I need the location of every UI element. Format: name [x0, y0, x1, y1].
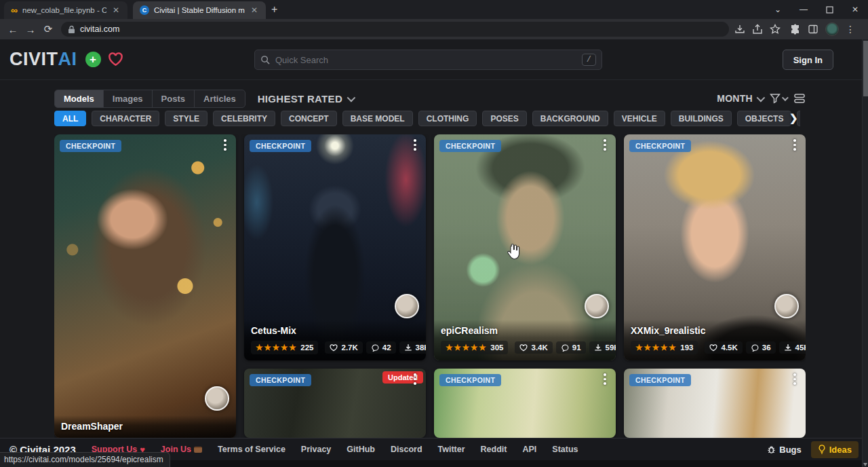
- back-icon[interactable]: ←: [4, 24, 22, 35]
- period-dropdown[interactable]: MONTH: [717, 93, 763, 104]
- card-menu-button[interactable]: [410, 373, 420, 385]
- card-menu-button[interactable]: [600, 373, 610, 385]
- close-tab-icon[interactable]: ✕: [250, 5, 259, 15]
- side-panel-icon[interactable]: [808, 24, 818, 35]
- model-card[interactable]: CHECKPOINTUpdated: [244, 369, 426, 438]
- address-bar[interactable]: civitai.com: [61, 22, 729, 37]
- downloads-icon: [594, 343, 602, 352]
- new-tab-button[interactable]: +: [271, 3, 277, 16]
- footer-link-api[interactable]: API: [522, 445, 536, 454]
- category-chip-vehicle[interactable]: VEHICLE: [614, 111, 665, 126]
- comments-pill: 42: [366, 341, 396, 354]
- likes-pill: 2.7K: [325, 341, 362, 354]
- close-tab-icon[interactable]: ✕: [111, 5, 121, 15]
- model-card-dreamshaper[interactable]: CHECKPOINTDreamShaper: [54, 134, 236, 438]
- minimize-button[interactable]: —: [791, 0, 816, 19]
- chevron-down-icon: [782, 94, 789, 101]
- search-input[interactable]: Quick Search /: [254, 50, 602, 70]
- model-card[interactable]: CHECKPOINT: [434, 369, 616, 438]
- category-chip-concept[interactable]: CONCEPT: [281, 111, 337, 126]
- civitai-logo[interactable]: CIVITAI: [9, 49, 77, 70]
- category-chip-background[interactable]: BACKGROUND: [532, 111, 608, 126]
- favorites-heart-icon[interactable]: [108, 52, 123, 67]
- category-chip-base-model[interactable]: BASE MODEL: [342, 111, 413, 126]
- footer-link-twitter[interactable]: Twitter: [438, 445, 465, 454]
- creator-avatar[interactable]: [395, 294, 419, 318]
- model-card[interactable]: CHECKPOINT: [624, 369, 806, 438]
- ideas-button[interactable]: Ideas: [811, 441, 859, 458]
- tab-posts[interactable]: Posts: [153, 90, 195, 107]
- page-scrollbar[interactable]: [862, 39, 868, 467]
- filter-funnel-icon: [770, 93, 781, 104]
- card-menu-button[interactable]: [410, 139, 420, 151]
- sign-in-button[interactable]: Sign In: [783, 50, 833, 70]
- layout-toggle-button[interactable]: [793, 93, 806, 104]
- creator-avatar[interactable]: [774, 294, 799, 318]
- creator-avatar[interactable]: [205, 386, 229, 411]
- bookmark-star-icon[interactable]: [770, 24, 781, 35]
- site-header: CIVITAI + Quick Search / Sign In: [0, 39, 862, 80]
- model-type-badge: CHECKPOINT: [439, 374, 501, 386]
- card-info-overlay: XXMix_9realistic★★★★★1934.5K3645K: [624, 320, 806, 360]
- likes-heart-icon: [330, 344, 338, 352]
- rating-pill: ★★★★★305: [441, 341, 508, 354]
- footer-link-github[interactable]: GitHub: [347, 445, 375, 454]
- scrollbar-down-arrow-icon[interactable]: [863, 463, 867, 466]
- bug-icon: [767, 445, 776, 454]
- rows-layout-icon: [793, 93, 806, 104]
- downloads-pill: 59K: [589, 341, 616, 354]
- model-title: epiCRealism: [441, 325, 609, 336]
- tab-title: new_colab_file.ipynb - Colaborat: [22, 6, 106, 14]
- tab-strip: ∞ new_colab_file.ipynb - Colaborat ✕ C C…: [0, 0, 868, 19]
- browser-tab-civitai[interactable]: C Civitai | Stable Diffusion models, ✕: [133, 1, 266, 19]
- search-placeholder: Quick Search: [275, 55, 582, 65]
- footer-link-reddit[interactable]: Reddit: [481, 445, 507, 454]
- model-card-epicrealism[interactable]: CHECKPOINTepiCRealism★★★★★3053.4K9159K: [434, 134, 616, 360]
- footer-link-status[interactable]: Status: [552, 445, 578, 454]
- sort-dropdown[interactable]: HIGHEST RATED: [258, 93, 353, 105]
- browser-menu-icon[interactable]: ⋮: [846, 24, 855, 35]
- footer-link-privacy[interactable]: Privacy: [301, 445, 331, 454]
- close-window-button[interactable]: ✕: [842, 0, 868, 19]
- tab-search-icon[interactable]: ⌄: [765, 0, 791, 19]
- profile-avatar[interactable]: [825, 22, 839, 36]
- card-menu-button[interactable]: [790, 373, 800, 385]
- creator-avatar[interactable]: [585, 294, 609, 318]
- model-title: Cetus-Mix: [251, 325, 419, 336]
- tab-models[interactable]: Models: [55, 90, 104, 107]
- filter-dropdown[interactable]: [770, 93, 787, 104]
- card-menu-button[interactable]: [600, 139, 610, 151]
- card-menu-button[interactable]: [220, 139, 230, 151]
- category-chip-celebrity[interactable]: CELEBRITY: [213, 111, 275, 126]
- reload-icon[interactable]: ⟳: [39, 23, 57, 35]
- category-chip-all[interactable]: ALL: [54, 111, 86, 126]
- model-title: DreamShaper: [61, 421, 229, 432]
- tab-images[interactable]: Images: [104, 90, 153, 107]
- maximize-button[interactable]: [816, 0, 842, 19]
- bugs-link[interactable]: Bugs: [767, 445, 802, 455]
- search-shortcut-badge: /: [582, 54, 596, 66]
- scrollbar-thumb[interactable]: [863, 41, 868, 96]
- model-card-cetus-mix[interactable]: CHECKPOINTCetus-Mix★★★★★2252.7K4238K: [244, 134, 426, 360]
- category-chip-style[interactable]: STYLE: [165, 111, 208, 126]
- create-plus-button[interactable]: +: [85, 52, 101, 67]
- forward-icon[interactable]: →: [22, 24, 39, 35]
- category-chip-character[interactable]: CHARACTER: [92, 111, 159, 126]
- model-card-xxmix-9realistic[interactable]: CHECKPOINTXXMix_9realistic★★★★★1934.5K36…: [624, 134, 806, 360]
- card-menu-button[interactable]: [790, 139, 800, 151]
- chips-scroll-right-icon[interactable]: ❯: [789, 112, 798, 124]
- share-icon[interactable]: [752, 24, 763, 35]
- footer-link-discord[interactable]: Discord: [391, 445, 422, 454]
- tab-title: Civitai | Stable Diffusion models,: [154, 6, 245, 14]
- browser-tab-colab[interactable]: ∞ new_colab_file.ipynb - Colaborat ✕: [4, 1, 127, 19]
- download-icon[interactable]: [734, 24, 745, 35]
- extensions-icon[interactable]: [790, 24, 801, 35]
- likes-heart-icon: [519, 344, 528, 352]
- tab-articles[interactable]: Articles: [195, 90, 245, 107]
- category-chip-clothing[interactable]: CLOTHING: [418, 111, 477, 126]
- footer-link-terms-of-service[interactable]: Terms of Service: [218, 445, 285, 454]
- category-chip-poses[interactable]: POSES: [482, 111, 526, 126]
- category-chip-buildings[interactable]: BUILDINGS: [671, 111, 732, 126]
- grid-column: CHECKPOINTepiCRealism★★★★★3053.4K9159KCH…: [434, 134, 616, 438]
- category-chip-objects[interactable]: OBJECTS: [737, 111, 792, 126]
